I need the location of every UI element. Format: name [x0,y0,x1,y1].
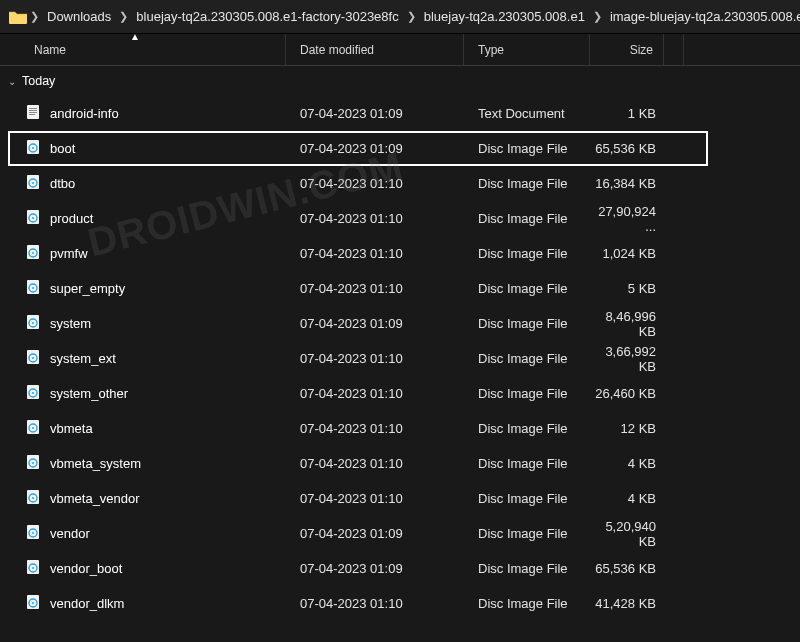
file-name: vendor [50,526,90,541]
file-type: Disc Image File [464,456,590,471]
column-header-date[interactable]: Date modified [286,34,464,65]
file-name: vendor_dlkm [50,596,124,611]
file-type: Disc Image File [464,281,590,296]
table-row[interactable]: vendor_boot07-04-2023 01:09Disc Image Fi… [0,551,800,586]
column-header-row: ▲ Name Date modified Type Size [0,34,800,66]
file-size: 4 KB [590,491,664,506]
table-row[interactable]: vendor_dlkm07-04-2023 01:10Disc Image Fi… [0,586,800,621]
file-date: 07-04-2023 01:10 [286,456,464,471]
file-name: system_other [50,386,128,401]
disc-image-icon [24,314,42,333]
file-name: system [50,316,91,331]
disc-image-icon [24,244,42,263]
file-name: dtbo [50,176,75,191]
file-size: 5 KB [590,281,664,296]
file-size: 1 KB [590,106,664,121]
file-date: 07-04-2023 01:10 [286,491,464,506]
chevron-right-icon[interactable]: ❯ [117,10,130,23]
disc-image-icon [24,279,42,298]
file-type: Disc Image File [464,596,590,611]
breadcrumb-item[interactable]: image-bluejay-tq2a.230305.008.e1 [604,9,800,24]
table-row[interactable]: super_empty07-04-2023 01:10Disc Image Fi… [0,271,800,306]
disc-image-icon [24,209,42,228]
breadcrumb-item[interactable]: Downloads [41,9,117,24]
file-date: 07-04-2023 01:10 [286,246,464,261]
disc-image-icon [24,454,42,473]
file-type: Disc Image File [464,386,590,401]
chevron-right-icon[interactable]: ❯ [405,10,418,23]
file-date: 07-04-2023 01:09 [286,316,464,331]
disc-image-icon [24,139,42,158]
disc-image-icon [24,349,42,368]
breadcrumb-item[interactable]: bluejay-tq2a.230305.008.e1-factory-3023e… [130,9,404,24]
folder-icon [8,9,28,25]
disc-image-icon [24,384,42,403]
breadcrumb[interactable]: ❯ Downloads ❯ bluejay-tq2a.230305.008.e1… [0,0,800,34]
table-row[interactable]: vendor07-04-2023 01:09Disc Image File5,2… [0,516,800,551]
disc-image-icon [24,559,42,578]
chevron-down-icon: ⌄ [8,76,16,87]
file-size: 65,536 KB [590,141,664,156]
file-name: product [50,211,93,226]
file-date: 07-04-2023 01:10 [286,421,464,436]
column-header-name[interactable]: Name [0,34,286,65]
table-row[interactable]: vbmeta07-04-2023 01:10Disc Image File12 … [0,411,800,446]
file-name: super_empty [50,281,125,296]
disc-image-icon [24,174,42,193]
file-size: 16,384 KB [590,176,664,191]
column-header-extra[interactable] [664,34,684,65]
sort-ascending-icon: ▲ [130,31,140,42]
column-header-size[interactable]: Size [590,34,664,65]
file-date: 07-04-2023 01:10 [286,176,464,191]
breadcrumb-item[interactable]: bluejay-tq2a.230305.008.e1 [418,9,591,24]
disc-image-icon [24,489,42,508]
file-size: 3,66,992 KB [590,344,664,374]
file-size: 4 KB [590,456,664,471]
file-type: Disc Image File [464,316,590,331]
file-type: Disc Image File [464,211,590,226]
table-row[interactable]: system07-04-2023 01:09Disc Image File8,4… [0,306,800,341]
file-size: 5,20,940 KB [590,519,664,549]
file-type: Disc Image File [464,526,590,541]
group-header[interactable]: ⌄ Today [0,66,800,96]
table-row[interactable]: product07-04-2023 01:10Disc Image File27… [0,201,800,236]
file-date: 07-04-2023 01:10 [286,386,464,401]
file-type: Disc Image File [464,491,590,506]
file-name: vbmeta_system [50,456,141,471]
group-label: Today [22,74,55,88]
table-row[interactable]: system_ext07-04-2023 01:10Disc Image Fil… [0,341,800,376]
file-type: Disc Image File [464,561,590,576]
file-size: 8,46,996 KB [590,309,664,339]
table-row[interactable]: dtbo07-04-2023 01:10Disc Image File16,38… [0,166,800,201]
file-date: 07-04-2023 01:09 [286,526,464,541]
chevron-right-icon[interactable]: ❯ [28,10,41,23]
table-row[interactable]: boot07-04-2023 01:09Disc Image File65,53… [0,131,800,166]
file-size: 26,460 KB [590,386,664,401]
file-size: 65,536 KB [590,561,664,576]
file-date: 07-04-2023 01:09 [286,561,464,576]
table-row[interactable]: pvmfw07-04-2023 01:10Disc Image File1,02… [0,236,800,271]
file-type: Disc Image File [464,176,590,191]
file-name: vendor_boot [50,561,122,576]
file-name: pvmfw [50,246,88,261]
file-name: boot [50,141,75,156]
table-row[interactable]: vbmeta_system07-04-2023 01:10Disc Image … [0,446,800,481]
chevron-right-icon[interactable]: ❯ [591,10,604,23]
file-type: Text Document [464,106,590,121]
column-header-type[interactable]: Type [464,34,590,65]
file-name: android-info [50,106,119,121]
disc-image-icon [24,419,42,438]
file-size: 12 KB [590,421,664,436]
file-type: Disc Image File [464,246,590,261]
file-date: 07-04-2023 01:09 [286,141,464,156]
file-size: 1,024 KB [590,246,664,261]
table-row[interactable]: vbmeta_vendor07-04-2023 01:10Disc Image … [0,481,800,516]
file-name: vbmeta [50,421,93,436]
file-date: 07-04-2023 01:10 [286,351,464,366]
table-row[interactable]: system_other07-04-2023 01:10Disc Image F… [0,376,800,411]
file-size: 41,428 KB [590,596,664,611]
disc-image-icon [24,524,42,543]
disc-image-icon [24,594,42,613]
file-name: vbmeta_vendor [50,491,140,506]
table-row[interactable]: android-info07-04-2023 01:09Text Documen… [0,96,800,131]
